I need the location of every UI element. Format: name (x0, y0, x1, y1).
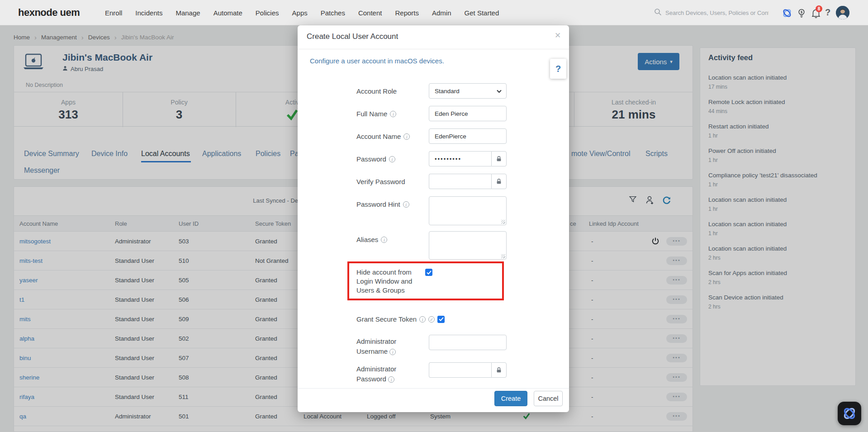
menu-apps[interactable]: Apps (292, 9, 308, 17)
grant-secure-token-label: Grant Secure Tokeni✓ (356, 315, 456, 323)
grant-secure-token-checkbox[interactable] (437, 316, 445, 323)
lightbulb-icon[interactable] (796, 8, 807, 19)
hexnode-logo[interactable]: hexnode uem (18, 7, 80, 19)
notification-badge: 8 (816, 5, 822, 12)
global-search (654, 0, 768, 25)
menu-manage[interactable]: Manage (175, 9, 200, 17)
search-input[interactable] (665, 9, 768, 16)
password-hint-label: Password Hinti (356, 200, 427, 208)
menu-get-started[interactable]: Get Started (465, 9, 499, 17)
lock-icon[interactable] (491, 174, 507, 189)
menu-content[interactable]: Content (358, 9, 382, 17)
account-role-label: Account Role (356, 87, 427, 95)
aliases-textarea[interactable] (429, 231, 507, 260)
info-icon[interactable]: i (403, 201, 409, 208)
admin-password-label: Administrator Password i (356, 364, 427, 384)
info-icon[interactable]: i (389, 156, 395, 162)
full-name-input[interactable] (429, 106, 507, 121)
account-role-select[interactable]: Standard (429, 83, 507, 99)
main-menu: Enroll Incidents Manage Automate Policie… (105, 0, 499, 25)
admin-password-field (429, 362, 507, 378)
info-icon[interactable]: i (419, 316, 426, 323)
menu-admin[interactable]: Admin (432, 9, 451, 17)
account-name-input[interactable] (429, 128, 507, 144)
info-icon[interactable]: i (390, 111, 396, 117)
red-highlight-annotation (347, 261, 504, 300)
password-label: Passwordi (356, 155, 427, 163)
full-name-label: Full Namei (356, 110, 427, 118)
modal-header-divider (298, 49, 569, 49)
cancel-button[interactable]: Cancel (534, 391, 563, 406)
admin-username-input[interactable] (429, 335, 507, 350)
info-icon[interactable]: i (389, 349, 396, 355)
create-local-user-account-modal: Create Local User Account ✕ Configure a … (298, 25, 569, 412)
menu-incidents[interactable]: Incidents (135, 9, 162, 17)
top-navbar: hexnode uem Enroll Incidents Manage Auto… (0, 0, 868, 25)
admin-password-input[interactable] (429, 362, 491, 378)
modal-title: Create Local User Account (307, 32, 398, 41)
resize-grip[interactable] (501, 254, 505, 258)
menu-patches[interactable]: Patches (321, 9, 345, 17)
help-icon[interactable]: ? (825, 7, 830, 18)
user-avatar[interactable] (836, 6, 849, 19)
modal-help-button[interactable]: ? (550, 59, 566, 79)
lock-icon[interactable] (491, 151, 507, 166)
resize-grip[interactable] (501, 220, 505, 224)
password-hint-textarea[interactable] (429, 196, 507, 225)
admin-username-label: Administrator Username i (356, 337, 427, 356)
verify-password-input[interactable] (429, 174, 491, 189)
info-icon[interactable]: i (388, 376, 394, 383)
menu-automate[interactable]: Automate (213, 9, 242, 17)
chevron-down-icon (497, 88, 502, 95)
lock-icon[interactable] (491, 362, 507, 378)
password-input[interactable] (429, 151, 491, 166)
verify-password-label: Verify Password (356, 178, 427, 185)
account-name-label: Account Namei (356, 133, 427, 140)
close-icon[interactable]: ✕ (555, 31, 561, 40)
menu-policies[interactable]: Policies (256, 9, 279, 17)
hexnode-uem-page: hexnode uem Enroll Incidents Manage Auto… (0, 0, 868, 432)
search-icon (654, 8, 662, 18)
info-icon[interactable]: i (403, 133, 410, 140)
chat-widget-button[interactable] (838, 402, 861, 425)
menu-enroll[interactable]: Enroll (105, 9, 122, 17)
verify-password-field (429, 174, 507, 189)
hexnode-atom-icon[interactable] (782, 8, 792, 19)
notifications-bell-icon[interactable]: 8 (811, 8, 821, 19)
info-icon[interactable]: i (381, 237, 387, 243)
aliases-label: Aliasesi (356, 236, 427, 243)
circled-check-icon[interactable]: ✓ (428, 316, 435, 323)
modal-description: Configure a user account in macOS device… (310, 57, 444, 65)
password-field (429, 151, 507, 166)
menu-reports[interactable]: Reports (395, 9, 419, 17)
create-button[interactable]: Create (494, 391, 527, 406)
modal-footer-divider (298, 388, 569, 389)
